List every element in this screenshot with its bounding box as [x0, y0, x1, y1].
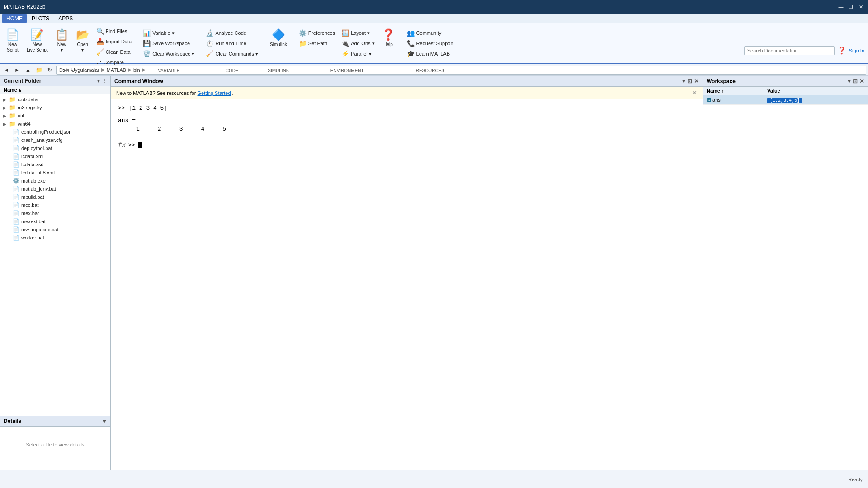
list-item[interactable]: ▶ 📁 win64	[0, 120, 110, 128]
analyze-code-button[interactable]: 🔬 Analyze Code	[203, 28, 261, 38]
community-button[interactable]: 👥 Community	[404, 28, 457, 38]
analyze-icon: 🔬	[206, 29, 213, 37]
var-value-cell: [1,2,3,4,5]	[764, 95, 868, 105]
run-time-icon: ⏱️	[206, 40, 213, 47]
col-value-header[interactable]: Value	[764, 87, 868, 95]
workspace-collapse-icon[interactable]: ▾	[848, 78, 851, 84]
list-item[interactable]: ▶ 📁 util	[0, 112, 110, 120]
status-bar: Ready	[0, 470, 868, 488]
list-item[interactable]: 📄 matlab_jenv.bat	[0, 185, 110, 193]
folder-col-name[interactable]: Name ▴	[4, 87, 107, 93]
current-folder-header: Current Folder ▾ ⋮	[0, 76, 110, 86]
title-bar: MATLAB R2023b — ❐ ✕	[0, 0, 868, 14]
banner-period: .	[232, 90, 234, 96]
restore-btn[interactable]: ❐	[847, 3, 854, 10]
clear-commands-icon: 🧹	[206, 50, 213, 57]
preferences-button[interactable]: ⚙️ Preferences	[296, 28, 338, 38]
import-icon: 📥	[96, 38, 104, 45]
list-item[interactable]: 📄 deploytool.bat	[0, 144, 110, 152]
val-5: 5	[222, 126, 226, 132]
table-row[interactable]: ⊞ ans [1,2,3,4,5]	[703, 95, 868, 105]
folder-panel-menu[interactable]: ⋮	[102, 78, 107, 84]
workspace-panel: Workspace ▾ ⊡ ✕ Name ↑ Value ⊞ ans	[703, 76, 868, 470]
details-collapse[interactable]: ▾	[102, 418, 107, 425]
new-script-button[interactable]: 📄 NewScript	[3, 26, 23, 58]
list-item[interactable]: 📄 mexext.bat	[0, 217, 110, 225]
parallel-button[interactable]: ⚡ Parallel ▾	[339, 49, 377, 59]
request-support-button[interactable]: 📞 Request Support	[404, 38, 457, 48]
minimize-btn[interactable]: —	[837, 3, 844, 10]
open-icon: 📂	[76, 28, 90, 41]
new-dropdown-button[interactable]: 📋 New▾	[52, 26, 72, 58]
community-icon: 👥	[407, 29, 415, 37]
col-name-header[interactable]: Name ↑	[703, 87, 764, 95]
window-controls: — ❐ ✕	[837, 3, 864, 10]
list-item[interactable]: ▶ 📁 icutzdata	[0, 95, 110, 103]
list-item[interactable]: 📄 lcdata_utf8.xml	[0, 169, 110, 177]
import-data-button[interactable]: 📥 Import Data	[94, 37, 134, 47]
search-documentation-input[interactable]	[744, 46, 835, 55]
cursor-blink[interactable]	[138, 142, 142, 148]
list-item[interactable]: 📄 lcdata.xml	[0, 152, 110, 160]
run-time-button[interactable]: ⏱️ Run and Time	[203, 38, 261, 48]
cmd-collapse-icon[interactable]: ▾	[682, 78, 685, 84]
clear-commands-button[interactable]: 🧹 Clear Commands ▾	[203, 49, 261, 59]
learn-matlab-button[interactable]: 🎓 Learn MATLAB	[404, 49, 457, 59]
compare-button[interactable]: ⇌ Compare	[94, 57, 134, 67]
variable-dropdown-button[interactable]: 📊 Variable ▾	[140, 28, 197, 38]
banner-close-btn[interactable]: ✕	[692, 89, 697, 96]
close-btn[interactable]: ✕	[857, 3, 864, 10]
getting-started-link[interactable]: Getting Started	[198, 90, 231, 96]
command-window-content[interactable]: >> [1 2 3 4 5] ans = 1 2 3 4 5 fx >>	[111, 99, 703, 470]
layout-icon: 🪟	[341, 29, 349, 37]
open-button[interactable]: 📂 Open▾	[73, 26, 93, 58]
list-item[interactable]: 📄 lcdata.xsd	[0, 160, 110, 169]
list-item[interactable]: 📄 mcc.bat	[0, 201, 110, 209]
set-path-button[interactable]: 📁 Set Path	[296, 38, 338, 48]
set-path-icon: 📁	[299, 40, 307, 47]
workspace-table: Name ↑ Value ⊞ ans [1,2,3,4,5]	[703, 87, 868, 105]
cmd-close-icon[interactable]: ✕	[694, 78, 699, 84]
workspace-menu-icon[interactable]: ⊡	[853, 78, 858, 84]
help-button[interactable]: ❓ Help	[378, 26, 398, 58]
find-files-button[interactable]: 🔍 Find Files	[94, 26, 134, 36]
help-icon-2[interactable]: ❓	[837, 46, 846, 55]
menu-home[interactable]: HOME	[2, 14, 27, 23]
sign-in-button[interactable]: Sign In	[849, 48, 864, 53]
details-panel: Details ▾ Select a file to view details	[0, 416, 110, 470]
banner-text: New to MATLAB? See resources for	[116, 90, 198, 96]
list-item[interactable]: ⚙️ matlab.exe	[0, 177, 110, 185]
val-2: 2	[158, 126, 161, 132]
list-item[interactable]: 📄 worker.bat	[0, 234, 110, 242]
current-folder-title: Current Folder	[4, 78, 41, 84]
var-type-icon: ⊞	[707, 97, 711, 103]
command-window-title: Command Window	[114, 78, 163, 84]
clear-workspace-icon: 🗑️	[143, 50, 151, 57]
save-workspace-button[interactable]: 💾 Save Workspace	[140, 38, 197, 48]
list-item[interactable]: 📄 mw_mpiexec.bat	[0, 225, 110, 234]
command-window-panel: Command Window ▾ ⊡ ✕ New to MATLAB? See …	[111, 76, 703, 470]
parallel-icon: ⚡	[341, 50, 349, 57]
add-ons-icon: 🔌	[341, 40, 349, 47]
new-live-script-icon: 📝	[30, 28, 44, 41]
new-live-script-button[interactable]: 📝 NewLive Script	[24, 26, 51, 58]
list-item[interactable]: 📄 mbuild.bat	[0, 193, 110, 201]
menu-apps[interactable]: APPS	[54, 14, 77, 23]
list-item[interactable]: 📄 mex.bat	[0, 209, 110, 217]
clean-data-button[interactable]: 🧹 Clean Data	[94, 47, 134, 57]
current-folder-panel: Current Folder ▾ ⋮ Name ▴ ▶ 📁 icutzdata …	[0, 76, 111, 470]
list-item[interactable]: 📄 crash_analyzer.cfg	[0, 136, 110, 144]
list-item[interactable]: 📄 controllingProduct.json	[0, 128, 110, 136]
command-window-header: Command Window ▾ ⊡ ✕	[111, 76, 703, 87]
menu-plots[interactable]: PLOTS	[27, 14, 54, 23]
layout-button[interactable]: 🪟 Layout ▾	[339, 28, 377, 38]
list-item[interactable]: ▶ 📁 m3iregistry	[0, 103, 110, 112]
workspace-close-icon[interactable]: ✕	[859, 78, 864, 84]
details-empty-message: Select a file to view details	[26, 442, 84, 447]
folder-panel-collapse[interactable]: ▾	[97, 78, 100, 84]
add-ons-button[interactable]: 🔌 Add-Ons ▾	[339, 38, 377, 48]
clear-workspace-button[interactable]: 🗑️ Clear Workspace ▾	[140, 49, 197, 59]
val-3: 3	[179, 126, 183, 132]
cmd-menu-icon[interactable]: ⊡	[687, 78, 692, 84]
simulink-button[interactable]: 🔷 Simulink	[267, 26, 290, 58]
